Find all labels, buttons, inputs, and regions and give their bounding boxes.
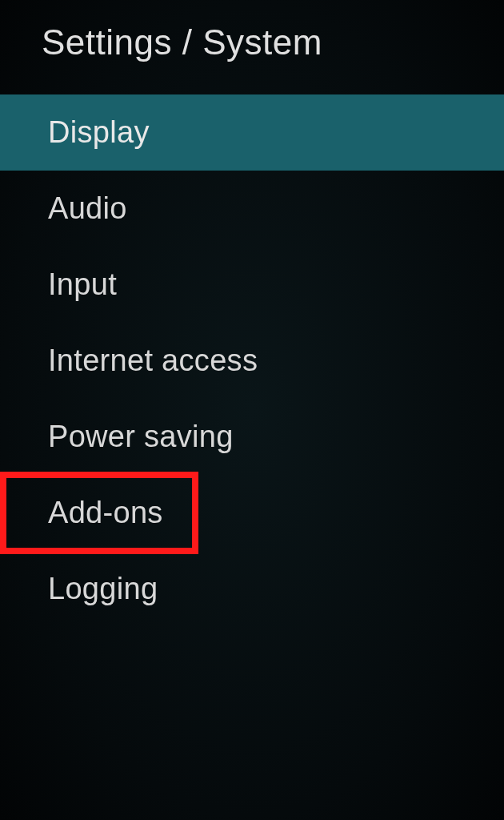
menu-item-logging[interactable]: Logging xyxy=(0,551,504,627)
menu-item-add-ons[interactable]: Add-ons xyxy=(3,475,195,551)
menu-item-input[interactable]: Input xyxy=(0,247,504,323)
menu-item-display[interactable]: Display xyxy=(0,94,504,171)
breadcrumb: Settings / System xyxy=(0,0,504,94)
menu-item-internet-access[interactable]: Internet access xyxy=(0,323,504,399)
menu-item-power-saving[interactable]: Power saving xyxy=(0,399,504,475)
menu-item-audio[interactable]: Audio xyxy=(0,171,504,247)
settings-menu: Display Audio Input Internet access Powe… xyxy=(0,94,504,627)
